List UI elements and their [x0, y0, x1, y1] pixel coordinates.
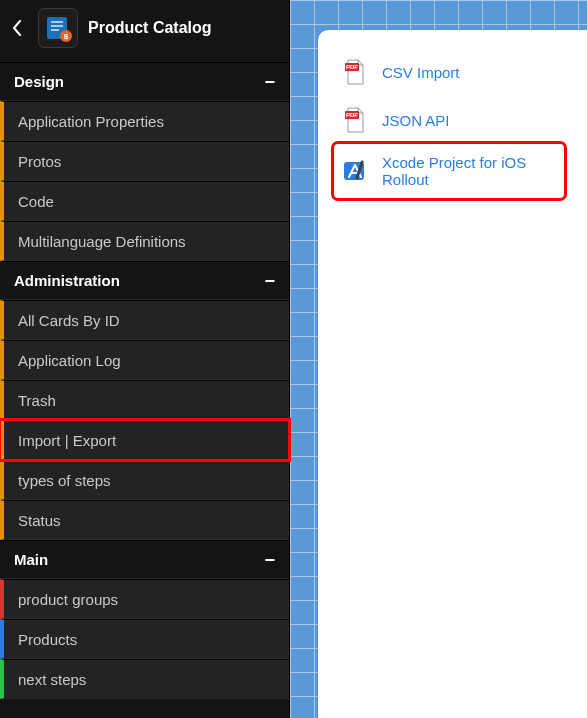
sidebar-item-status[interactable]: Status	[0, 500, 289, 540]
section-header-design[interactable]: Design −	[0, 62, 289, 101]
option-csv-import[interactable]: PDF CSV Import	[334, 48, 564, 96]
sidebar-item-application-properties[interactable]: Application Properties	[0, 101, 289, 141]
sidebar-item-multilanguage-definitions[interactable]: Multilanguage Definitions	[0, 221, 289, 261]
svg-rect-1	[51, 21, 63, 23]
svg-rect-2	[51, 25, 63, 27]
chevron-left-icon	[12, 20, 22, 36]
catalog-icon: $	[44, 14, 72, 42]
option-label: Xcode Project for iOS Rollout	[382, 154, 556, 188]
sidebar-item-import-export[interactable]: Import | Export	[0, 420, 289, 460]
section-label: Main	[14, 551, 48, 568]
pdf-icon: PDF	[342, 58, 368, 86]
back-button[interactable]	[6, 13, 28, 43]
sidebar-item-products[interactable]: Products	[0, 619, 289, 659]
import-export-panel: PDF CSV Import PDF JSON API	[318, 30, 587, 718]
sidebar-item-trash[interactable]: Trash	[0, 380, 289, 420]
svg-rect-3	[51, 29, 59, 31]
sidebar-header: $ Product Catalog	[0, 0, 289, 62]
sidebar-item-next-steps[interactable]: next steps	[0, 659, 289, 699]
section-header-main[interactable]: Main −	[0, 540, 289, 579]
sidebar-item-all-cards-by-id[interactable]: All Cards By ID	[0, 300, 289, 340]
xcode-icon	[342, 157, 368, 185]
sidebar: $ Product Catalog Design − Application P…	[0, 0, 290, 718]
section-label: Administration	[14, 272, 120, 289]
svg-text:PDF: PDF	[346, 64, 358, 70]
collapse-icon: −	[264, 276, 275, 286]
svg-text:$: $	[64, 32, 69, 41]
collapse-icon: −	[264, 555, 275, 565]
sidebar-item-product-groups[interactable]: product groups	[0, 579, 289, 619]
option-label: CSV Import	[382, 64, 460, 81]
option-json-api[interactable]: PDF JSON API	[334, 96, 564, 144]
sidebar-item-protos[interactable]: Protos	[0, 141, 289, 181]
app-icon: $	[38, 8, 78, 48]
option-xcode-project[interactable]: Xcode Project for iOS Rollout	[334, 144, 564, 198]
section-header-administration[interactable]: Administration −	[0, 261, 289, 300]
sidebar-item-types-of-steps[interactable]: types of steps	[0, 460, 289, 500]
collapse-icon: −	[264, 77, 275, 87]
svg-text:PDF: PDF	[346, 112, 358, 118]
pdf-icon: PDF	[342, 106, 368, 134]
workspace: PDF CSV Import PDF JSON API	[290, 0, 587, 718]
sidebar-item-code[interactable]: Code	[0, 181, 289, 221]
section-label: Design	[14, 73, 64, 90]
sidebar-item-application-log[interactable]: Application Log	[0, 340, 289, 380]
app-title: Product Catalog	[88, 19, 212, 37]
option-label: JSON API	[382, 112, 450, 129]
